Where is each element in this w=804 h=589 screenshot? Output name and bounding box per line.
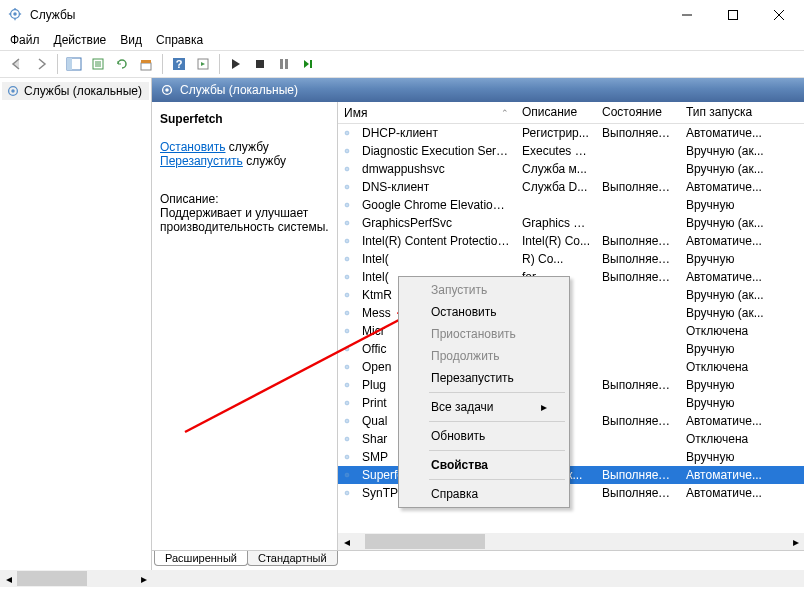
services-icon (160, 83, 174, 97)
menu-file[interactable]: Файл (10, 33, 40, 47)
maximize-button[interactable] (710, 0, 756, 30)
ctx-help[interactable]: Справка (401, 483, 567, 505)
service-row[interactable]: Intel(R) Content Protection ...Intel(R) … (338, 232, 804, 250)
svg-point-30 (346, 132, 347, 133)
menu-help[interactable]: Справка (156, 33, 203, 47)
tree-scroll-right-button[interactable]: ▸ (135, 570, 152, 587)
ctx-resume: Продолжить (401, 345, 567, 367)
svg-line-188 (348, 401, 349, 402)
menu-view[interactable]: Вид (120, 33, 142, 47)
sort-indicator-icon: ⌃ (501, 108, 509, 118)
service-startup-type: Вручную (680, 450, 776, 464)
ctx-properties[interactable]: Свойства (401, 454, 567, 476)
action-button[interactable] (192, 53, 214, 75)
service-row[interactable]: DNS-клиентСлужба D...ВыполняетсяАвтомати… (338, 178, 804, 196)
svg-line-56 (348, 170, 349, 171)
column-header-state[interactable]: Состояние (596, 102, 680, 123)
service-row[interactable]: Intel(R) Co...ВыполняетсяВручную (338, 250, 804, 268)
ctx-all-tasks[interactable]: Все задачи▸ (401, 396, 567, 418)
service-startup-type: Автоматиче... (680, 234, 776, 248)
window-title: Службы (30, 8, 664, 22)
refresh-button[interactable] (111, 53, 133, 75)
svg-point-170 (346, 384, 347, 385)
svg-line-207 (345, 440, 346, 441)
minimize-button[interactable] (664, 0, 710, 30)
svg-line-166 (348, 368, 349, 369)
svg-rect-21 (256, 60, 264, 68)
stop-service-link[interactable]: Остановить (160, 140, 226, 154)
service-description: Intel(R) Co... (516, 234, 596, 248)
service-name: dmwappushsvc (356, 162, 516, 176)
detail-pane: Superfetch Остановить службу Перезапусти… (152, 102, 338, 550)
service-state: Выполняется (596, 234, 680, 248)
restart-service-link[interactable]: Перезапустить (160, 154, 243, 168)
svg-line-88 (348, 221, 349, 222)
svg-line-186 (348, 404, 349, 405)
svg-point-26 (11, 89, 15, 93)
service-row[interactable]: dmwappushsvcСлужба м...Вручную (ак... (338, 160, 804, 178)
svg-line-237 (345, 494, 346, 495)
context-menu: Запустить Остановить Приостановить Продо… (398, 276, 570, 508)
svg-rect-11 (67, 58, 72, 70)
svg-line-176 (348, 386, 349, 387)
pause-button[interactable] (273, 53, 295, 75)
svg-line-225 (345, 473, 346, 474)
horizontal-scrollbar[interactable]: ◂ ▸ (338, 533, 804, 550)
service-row[interactable]: DHCP-клиентРегистрир...ВыполняетсяАвтома… (338, 124, 804, 142)
column-header-startup-type[interactable]: Тип запуска (680, 102, 776, 123)
ctx-restart[interactable]: Перезапустить (401, 367, 567, 389)
tree-scroll-left-button[interactable]: ◂ (0, 570, 17, 587)
svg-line-87 (345, 224, 346, 225)
svg-line-38 (348, 131, 349, 132)
svg-line-177 (345, 386, 346, 387)
service-icon (338, 414, 356, 428)
svg-line-68 (348, 185, 349, 186)
stop-button[interactable] (249, 53, 271, 75)
service-startup-type: Автоматиче... (680, 270, 776, 284)
svg-line-77 (345, 206, 346, 207)
svg-point-80 (346, 222, 347, 223)
service-name: DNS-клиент (356, 180, 516, 194)
svg-line-238 (348, 491, 349, 492)
svg-line-75 (345, 203, 346, 204)
service-row[interactable]: Diagnostic Execution ServiceExecutes di.… (338, 142, 804, 160)
service-startup-type: Автоматиче... (680, 126, 776, 140)
svg-line-128 (348, 293, 349, 294)
service-startup-type: Отключена (680, 432, 776, 446)
svg-point-150 (346, 348, 347, 349)
service-icon (338, 162, 356, 176)
tab-standard[interactable]: Стандартный (247, 551, 338, 566)
column-header-name[interactable]: Имя⌃ (338, 102, 516, 123)
service-icon (338, 306, 356, 320)
close-button[interactable] (756, 0, 802, 30)
tab-extended[interactable]: Расширенный (154, 551, 248, 566)
back-button[interactable] (6, 53, 28, 75)
service-state: Выполняется (596, 252, 680, 266)
play-button[interactable] (225, 53, 247, 75)
help-button[interactable]: ? (168, 53, 190, 75)
properties-button[interactable] (135, 53, 157, 75)
scroll-right-button[interactable]: ▸ (787, 533, 804, 550)
svg-rect-22 (280, 59, 283, 69)
scrollbar-thumb[interactable] (365, 534, 485, 549)
service-icon (338, 486, 356, 500)
forward-button[interactable] (30, 53, 52, 75)
svg-text:?: ? (176, 58, 183, 70)
ctx-stop[interactable]: Остановить (401, 301, 567, 323)
export-list-button[interactable] (87, 53, 109, 75)
service-row[interactable]: Google Chrome Elevation S...Вручную (338, 196, 804, 214)
tree-scrollbar-thumb[interactable] (17, 571, 87, 586)
service-startup-type: Отключена (680, 360, 776, 374)
svg-line-115 (345, 275, 346, 276)
pane-header: Службы (локальные) (152, 78, 804, 102)
show-hide-tree-button[interactable] (63, 53, 85, 75)
tree-root-node[interactable]: Службы (локальные) (2, 82, 149, 100)
ctx-refresh[interactable]: Обновить (401, 425, 567, 447)
service-row[interactable]: GraphicsPerfSvcGraphics p...Вручную (ак.… (338, 214, 804, 232)
scroll-left-button[interactable]: ◂ (338, 533, 355, 550)
restart-button[interactable] (297, 53, 319, 75)
column-header-description[interactable]: Описание (516, 102, 596, 123)
svg-line-226 (348, 476, 349, 477)
svg-line-105 (345, 257, 346, 258)
menu-action[interactable]: Действие (54, 33, 107, 47)
